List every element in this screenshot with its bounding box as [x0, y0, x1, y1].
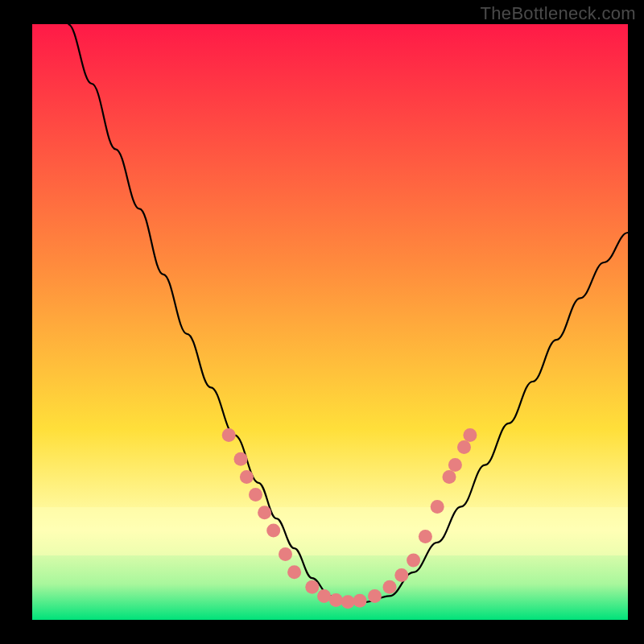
- marker-dot: [305, 580, 319, 594]
- marker-dot: [407, 554, 420, 568]
- marker-dot: [287, 565, 301, 579]
- marker-dot: [317, 589, 331, 603]
- marker-dot: [383, 580, 397, 594]
- marker-dot: [222, 428, 236, 442]
- chart-svg: [32, 24, 628, 620]
- plot-area: [32, 24, 628, 620]
- marker-dot: [419, 530, 432, 543]
- marker-dot: [368, 589, 382, 603]
- marker-dot: [431, 500, 444, 514]
- marker-dot: [234, 452, 248, 466]
- marker-dot: [353, 594, 367, 608]
- marker-dot: [249, 488, 262, 502]
- marker-dot: [329, 593, 343, 607]
- marker-dot: [279, 547, 292, 561]
- watermark-text: TheBottleneck.com: [481, 3, 636, 24]
- marker-dot: [443, 470, 456, 484]
- marker-dot: [457, 440, 471, 454]
- chart-frame: TheBottleneck.com: [0, 0, 644, 644]
- light-band: [32, 507, 628, 555]
- marker-dot: [258, 506, 271, 519]
- marker-dot: [394, 568, 408, 582]
- marker-dot: [463, 428, 477, 442]
- marker-dot: [266, 524, 280, 538]
- marker-dot: [341, 595, 355, 609]
- marker-dot: [448, 458, 462, 472]
- marker-dot: [240, 470, 254, 484]
